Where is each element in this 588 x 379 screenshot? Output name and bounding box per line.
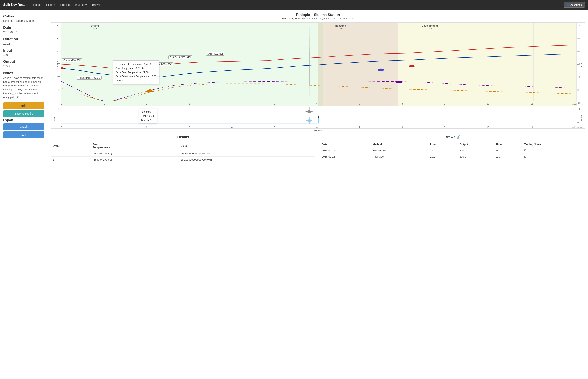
bean-temps-cell: (154.40, 170.60)	[91, 157, 179, 163]
export-label: Export	[3, 118, 44, 122]
power-highcharts-credit: Highcharts.com	[571, 126, 583, 128]
nav-history[interactable]: History	[44, 2, 57, 8]
brews-table: Date Method Input Output Time Tasting No…	[320, 142, 585, 160]
brew-output: 370.0	[458, 147, 494, 154]
temp-axis-label: Temperature	[57, 58, 59, 70]
delta-cell: 16.199999999999999 (0%)	[179, 157, 316, 163]
event-cell: 0	[51, 150, 91, 157]
highcharts-credit: Highcharts.com	[571, 103, 583, 105]
details-section: Details Event BeanTemperatures Delta 0 (…	[51, 135, 316, 163]
svg-point-27	[306, 120, 312, 122]
duration-value: 12:18	[3, 42, 44, 45]
y-axis-left: 6005004003002001000	[51, 23, 61, 106]
event-cell: 1	[51, 157, 91, 163]
nav-brews[interactable]: Brews	[90, 2, 102, 8]
temperature-chart-wrapper: Drying 44% Roasting 18% Development 26% …	[51, 22, 585, 106]
details-row: 0 (246.20, 154.40) -91.80000000000001 (4…	[51, 150, 316, 157]
save-profile-button[interactable]: Save as Profile	[3, 110, 44, 117]
delta-axis-label: Delta	[581, 62, 583, 67]
brew-method: French Press	[371, 147, 429, 154]
brew-row: 2018-02-16 Pour Over 20.0 300.0 210 ☐	[320, 154, 585, 160]
brews-col-method: Method	[371, 142, 429, 147]
chart-title: Ethiopia – Sidama Station	[51, 13, 585, 17]
details-col-bean: BeanTemperatures	[91, 142, 179, 150]
date-value: 2018-02-13	[3, 31, 44, 34]
brew-method: Pour Over	[371, 154, 429, 160]
input-label: Input	[3, 48, 44, 52]
details-table: Event BeanTemperatures Delta 0 (246.20, …	[51, 142, 316, 163]
svg-rect-21	[396, 81, 402, 83]
navbar: Split Key Roast Roast History Profiles I…	[0, 0, 588, 10]
link-icon[interactable]: 🔗	[457, 135, 461, 139]
brew-date: 2018-02-16	[320, 154, 371, 160]
output-label: Output	[3, 60, 44, 64]
nav-profiles[interactable]: Profiles	[59, 2, 72, 8]
nav-roast[interactable]: Roast	[31, 2, 43, 8]
svg-point-22	[409, 65, 414, 67]
power-chart[interactable]: Power Power 1000 1000	[51, 107, 585, 129]
brew-date: 2018-02-24	[320, 147, 371, 154]
navbar-brand[interactable]: Split Key Roast	[3, 3, 26, 7]
brew-time: 240	[494, 147, 523, 154]
coffee-value: Ethiopia - Sidama Station	[3, 19, 44, 22]
x-axis-labels: 012345 6789101112	[61, 102, 577, 106]
notes-value: After 2-3 days of resting, this roast ha…	[3, 76, 44, 99]
brew-input: 25.0	[429, 147, 458, 154]
brews-col-date: Date	[320, 142, 371, 147]
log-button[interactable]: Log	[3, 131, 44, 138]
brews-title-row: Brews 🔗	[320, 135, 585, 139]
navbar-links: Roast History Profiles Inventory Brews	[31, 2, 564, 8]
nav-inventory[interactable]: Inventory	[73, 2, 89, 8]
brew-output: 300.0	[458, 154, 494, 160]
svg-marker-23	[145, 89, 154, 92]
brew-time: 210	[494, 154, 523, 160]
date-label: Date	[3, 26, 44, 30]
details-title: Details	[51, 135, 316, 139]
sidebar: Coffee Ethiopia - Sidama Station Date 20…	[0, 10, 48, 379]
power-y-right: 1000	[577, 107, 585, 125]
bean-temps-cell: (246.20, 154.40)	[91, 150, 179, 157]
brews-col-notes: Tasting Notes	[523, 142, 585, 147]
edit-button[interactable]: Edit	[3, 102, 44, 109]
brew-notes: ☐	[523, 154, 585, 160]
power-svg	[61, 107, 577, 125]
power-y-left: 1000	[51, 107, 61, 125]
notes-label: Notes	[3, 71, 44, 75]
main-content: Ethiopia – Sidama Station 2018-02-13, Br…	[48, 10, 588, 379]
brews-section: Brews 🔗 Date Method Input Output Time Ta…	[320, 135, 585, 163]
brew-notes: ☐	[523, 147, 585, 154]
coffee-label: Coffee	[3, 14, 44, 18]
caret-icon: ▾	[581, 3, 582, 6]
brews-title: Brews	[445, 135, 455, 139]
duration-label: Duration	[3, 37, 44, 41]
brews-col-output: Output	[458, 142, 494, 147]
brew-input: 20.0	[429, 154, 458, 160]
minutes-label: Minutes	[51, 129, 585, 132]
svg-point-24	[378, 69, 384, 71]
svg-marker-26	[306, 110, 313, 113]
svg-point-19	[61, 67, 64, 69]
output-value: 155.2	[3, 65, 44, 68]
brews-col-time: Time	[494, 142, 523, 147]
power-x-labels: 012345 6789101112	[61, 126, 577, 128]
input-value: 180	[3, 53, 44, 56]
details-row: 1 (154.40, 170.60) 16.199999999999999 (0…	[51, 157, 316, 163]
details-col-delta: Delta	[179, 142, 316, 150]
account-button[interactable]: 👤 Account ▾	[564, 2, 585, 8]
details-col-event: Event	[51, 142, 91, 150]
main-layout: Coffee Ethiopia - Sidama Station Date 20…	[0, 10, 588, 379]
temperature-chart[interactable]: Drying 44% Roasting 18% Development 26% …	[51, 22, 585, 106]
user-icon: 👤	[566, 3, 570, 6]
bottom-section: Details Event BeanTemperatures Delta 0 (…	[51, 135, 585, 163]
chart-svg	[61, 23, 577, 101]
graph-button[interactable]: Graph	[3, 124, 44, 130]
chart-subtitle: 2018-02-13, Brandon Dixon, input: 180, o…	[51, 17, 585, 20]
brew-row: 2018-02-24 French Press 25.0 370.0 240 ☐	[320, 147, 585, 154]
delta-cell: -91.80000000000001 (4%)	[179, 150, 316, 157]
brews-col-input: Input	[429, 142, 458, 147]
